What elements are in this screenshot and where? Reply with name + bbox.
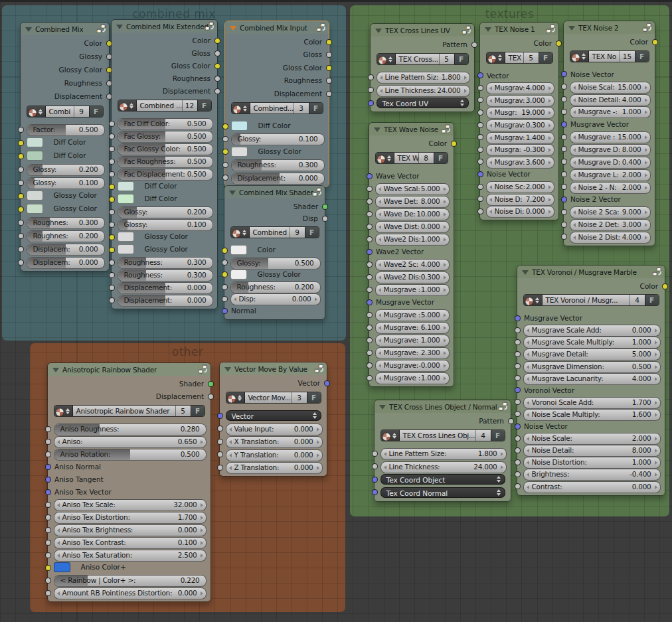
group-name-field[interactable]: Anisotropic Rainbow Shader (73, 406, 175, 416)
socket-input-vector[interactable] (477, 72, 483, 78)
decrement-arrow-icon[interactable] (57, 591, 60, 595)
socket-input-noise-vector[interactable] (561, 71, 567, 77)
increment-arrow-icon[interactable] (655, 341, 657, 345)
decrement-arrow-icon[interactable] (229, 453, 232, 457)
decrement-arrow-icon[interactable] (489, 123, 492, 127)
decrement-arrow-icon[interactable] (378, 225, 381, 229)
increment-arrow-icon[interactable] (444, 288, 446, 292)
material-icon[interactable] (232, 103, 250, 114)
material-icon[interactable] (118, 100, 137, 111)
socket-input-wave-vector[interactable] (367, 173, 373, 179)
socket-input-factor[interactable] (18, 127, 24, 133)
slider-fac-displacement[interactable]: Fac Displacement:0.500 (118, 169, 213, 181)
socket-input-glossy-color[interactable] (109, 247, 115, 253)
slider-roughnes[interactable]: Roughnes:0.300 (27, 217, 105, 229)
decrement-arrow-icon[interactable] (527, 401, 529, 405)
increment-arrow-icon[interactable] (655, 352, 657, 356)
decrement-arrow-icon[interactable] (489, 185, 492, 189)
material-icon[interactable] (570, 51, 589, 62)
slider-roughness[interactable]: Roughness:0.300 (118, 257, 213, 269)
socket-input-wave-det[interactable] (367, 198, 373, 204)
decrement-arrow-icon[interactable] (378, 187, 381, 191)
dropdown-tex-coord-uv[interactable]: Tex Coord UV (377, 98, 469, 108)
group-name-field[interactable]: TEX No (589, 51, 620, 62)
socket-input-musgrave[interactable] (367, 375, 373, 381)
group-users-count[interactable]: 5 (175, 406, 191, 416)
socket-input-fac-diff-color[interactable] (109, 121, 115, 127)
group-users-count[interactable]: 4 (475, 430, 491, 441)
decrement-arrow-icon[interactable] (489, 210, 492, 214)
socket-input-vector[interactable] (217, 413, 223, 419)
material-icon[interactable] (381, 430, 400, 441)
increment-arrow-icon[interactable] (201, 528, 203, 532)
socket-input-glossy-color[interactable] (222, 149, 228, 155)
socket-output-gloss[interactable] (326, 52, 332, 58)
number-field-noise-detail[interactable]: Noise Detail:8.000 (523, 445, 661, 457)
socket-input-tex-coord-object[interactable] (372, 477, 378, 483)
number-field-line-pattern-size[interactable]: Line Pattern Size:1.800 (380, 448, 507, 460)
socket-output-pattern[interactable] (508, 418, 514, 424)
number-field-noise-detail[interactable]: Noise Detail:4.000 (570, 94, 651, 106)
socket-input-musgrave[interactable] (367, 325, 373, 331)
node-header-vector-move-by-value[interactable]: Vector Move By Value (220, 362, 327, 375)
group-name-field[interactable]: TEX (505, 52, 523, 63)
browse-arrows-icon[interactable] (582, 53, 586, 60)
browse-arrows-icon[interactable] (129, 103, 134, 110)
material-icon[interactable] (376, 153, 394, 163)
slider-displacement[interactable]: Displacement:0.000 (118, 282, 213, 294)
socket-output-color[interactable] (662, 283, 668, 289)
color-swatch-aniso-color+[interactable] (54, 562, 70, 572)
socket-input-fac-roughness[interactable] (109, 159, 115, 165)
increment-arrow-icon[interactable] (444, 339, 446, 343)
decrement-arrow-icon[interactable] (229, 466, 232, 470)
increment-arrow-icon[interactable] (645, 161, 647, 165)
increment-arrow-icon[interactable] (548, 86, 551, 90)
slider-displacement[interactable]: Displacement:0.000 (118, 295, 213, 307)
socket-input-contrast[interactable] (515, 483, 521, 489)
number-field-musgrave[interactable]: Musgrave:-0.000 (375, 360, 450, 372)
group-name-field[interactable]: TEX Voronoi / Musgr... (543, 295, 630, 305)
socket-input-diff-color[interactable] (18, 140, 24, 146)
slider-roughnes[interactable]: Roughnes:0.200 (27, 230, 105, 242)
socket-input-musgrave-scale-multiply[interactable] (515, 339, 521, 345)
node-group-selector[interactable]: TEX W8F (375, 152, 448, 164)
increment-arrow-icon[interactable] (655, 485, 657, 489)
number-field-musgrave[interactable]: Musgrave -:1.000 (570, 106, 651, 118)
group-users-count[interactable]: 3 (294, 103, 309, 114)
node-header-anisotropic-rainbow-shader[interactable]: Anisotropic Rainbow Shader (48, 363, 210, 376)
collapse-arrow-icon[interactable] (375, 29, 382, 33)
increment-arrow-icon[interactable] (444, 364, 446, 368)
number-field-noise-d[interactable]: Noise D:7.200 (486, 194, 554, 206)
socket-input-tex-coord-uv[interactable] (368, 100, 374, 106)
socket-output-shader[interactable] (208, 381, 214, 387)
decrement-arrow-icon[interactable] (573, 148, 576, 152)
increment-arrow-icon[interactable] (444, 225, 446, 229)
browse-arrows-icon[interactable] (243, 106, 248, 112)
socket-input-tex-coord-normal[interactable] (372, 489, 378, 495)
socket-input-aniso-tangent[interactable] (45, 477, 51, 483)
increment-arrow-icon[interactable] (444, 376, 446, 380)
socket-input-diff-color[interactable] (222, 123, 228, 129)
socket-input-musgrave-d[interactable] (561, 159, 567, 165)
node-group-selector[interactable]: TEX5F (486, 52, 553, 64)
socket-input-musgrave[interactable] (367, 362, 373, 368)
color-swatch-glossy-color[interactable] (27, 204, 43, 214)
socket-input-musgrave-vector[interactable] (561, 121, 567, 127)
socket-input-musgrav[interactable] (477, 97, 483, 103)
socket-input-noise-detail[interactable] (561, 96, 567, 102)
slider-fac-glossy[interactable]: Fac Glossy:0.500 (118, 131, 213, 143)
node-header-combined-mix-input[interactable]: Combined Mix Input (225, 21, 329, 34)
number-field-disp[interactable]: Disp:0.000 (230, 293, 321, 305)
socket-input-musgrave-dimension[interactable] (515, 363, 521, 369)
socket-input-musgrave-d[interactable] (561, 146, 567, 152)
socket-input-musgrave[interactable] (561, 109, 567, 115)
socket-input-musgrave[interactable] (367, 350, 373, 356)
socket-input-musgrave[interactable] (561, 134, 567, 140)
increment-arrow-icon[interactable] (645, 135, 647, 139)
increment-arrow-icon[interactable] (201, 591, 203, 595)
increment-arrow-icon[interactable] (444, 313, 446, 317)
group-users-count[interactable]: 5 (523, 52, 539, 63)
socket-input-line-pattern-size[interactable] (372, 451, 378, 457)
material-icon[interactable] (524, 295, 543, 305)
node-combined-mix[interactable]: Combined Mix ColorGlossyGlossy ColorRoug… (20, 22, 110, 272)
